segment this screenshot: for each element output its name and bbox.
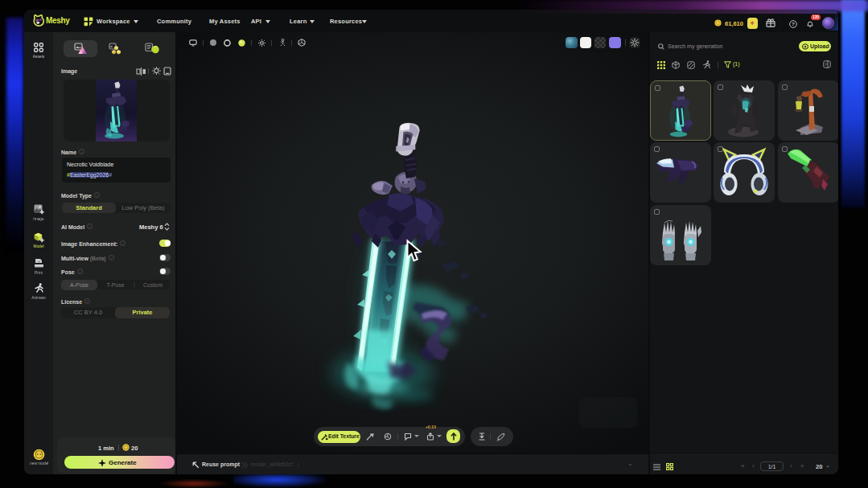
svg-text:?: ? — [792, 21, 795, 27]
